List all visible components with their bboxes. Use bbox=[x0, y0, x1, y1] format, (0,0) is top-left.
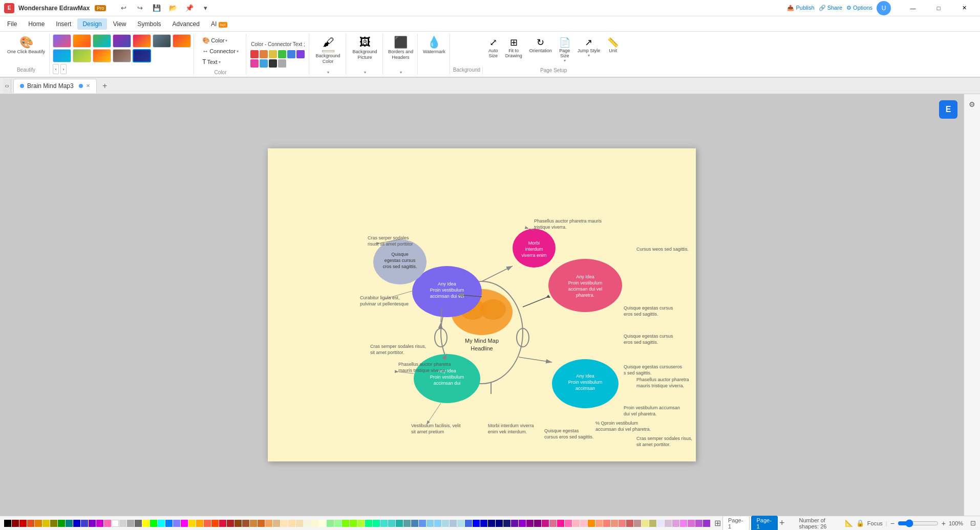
palette-medorchid[interactable] bbox=[695, 520, 702, 527]
borders-chevron[interactable]: ▾ bbox=[400, 70, 402, 75]
unit-btn[interactable]: 📏 Unit bbox=[605, 36, 621, 64]
background-color-btn[interactable]: 🖌 BackgroundColor bbox=[314, 34, 343, 67]
canvas-page[interactable]: My Mind Map Headline Any Idea Proin vest… bbox=[268, 148, 696, 461]
menu-design[interactable]: Design bbox=[77, 18, 106, 30]
save-button[interactable]: 💾 bbox=[151, 2, 163, 14]
palette-cornflowerblue[interactable] bbox=[419, 520, 426, 527]
background-picture-btn[interactable]: 🖼 BackgroundPicture bbox=[351, 34, 379, 62]
connector-dropdown-btn[interactable]: ↔ Connector ▾ bbox=[200, 47, 241, 56]
palette-lightsteelblue[interactable] bbox=[450, 520, 457, 527]
palette-powderblue[interactable] bbox=[457, 520, 464, 527]
page-size-btn[interactable]: 📄 PageSize ▾ bbox=[557, 36, 573, 64]
palette-tomato[interactable] bbox=[204, 520, 211, 527]
style-btn-8[interactable] bbox=[53, 49, 71, 62]
palette-midnightblue[interactable] bbox=[503, 520, 510, 527]
style-expand-left[interactable]: ‹ bbox=[53, 64, 59, 74]
palette-hotpink[interactable] bbox=[565, 520, 572, 527]
palette-pink2[interactable] bbox=[580, 520, 587, 527]
menu-file[interactable]: File bbox=[2, 18, 22, 30]
palette-red[interactable] bbox=[19, 520, 27, 527]
palette-burlywood[interactable] bbox=[273, 520, 280, 527]
palette-yellow[interactable] bbox=[42, 520, 50, 527]
palette-wheat[interactable] bbox=[296, 520, 303, 527]
ct-color-8[interactable] bbox=[260, 59, 268, 68]
palette-firebrick[interactable] bbox=[227, 520, 234, 527]
more-button[interactable]: ▾ bbox=[200, 2, 212, 14]
page-tabs-icon[interactable]: ⊞ bbox=[714, 518, 721, 528]
palette-plum[interactable] bbox=[672, 520, 679, 527]
style-btn-7[interactable] bbox=[173, 34, 191, 48]
palette-turquoise[interactable] bbox=[380, 520, 388, 527]
ct-color-4[interactable] bbox=[278, 50, 286, 58]
color-dropdown-btn[interactable]: 🎨 Color ▾ bbox=[200, 36, 241, 45]
watermark-btn[interactable]: 💧 Watermark bbox=[421, 34, 448, 57]
palette-brightblue[interactable] bbox=[473, 520, 480, 527]
palette-saddlebrown[interactable] bbox=[235, 520, 242, 527]
palette-orchid[interactable] bbox=[688, 520, 695, 527]
style-btn-11[interactable] bbox=[113, 49, 131, 62]
palette-chartreuse[interactable] bbox=[350, 520, 357, 527]
orientation-btn[interactable]: ↻ Orientation bbox=[527, 36, 555, 64]
ct-color-9[interactable] bbox=[269, 59, 277, 68]
sidebar-collapse-btn[interactable]: ‹› bbox=[3, 79, 11, 93]
palette-peru[interactable] bbox=[250, 520, 257, 527]
palette-lavender[interactable] bbox=[657, 520, 664, 527]
style-btn-12[interactable] bbox=[133, 49, 151, 62]
palette-lightpink[interactable] bbox=[572, 520, 580, 527]
palette-khaki[interactable] bbox=[642, 520, 649, 527]
palette-darkblue[interactable] bbox=[488, 520, 495, 527]
palette-springgreen[interactable] bbox=[365, 520, 372, 527]
menu-home[interactable]: Home bbox=[23, 18, 50, 30]
close-button[interactable]: ✕ bbox=[952, 0, 976, 16]
zoom-slider[interactable] bbox=[898, 519, 939, 527]
palette-lightgreen[interactable] bbox=[327, 520, 334, 527]
palette-brightorange[interactable] bbox=[196, 520, 203, 527]
one-click-beautify-btn[interactable]: 🎨 One Click Beautify bbox=[7, 36, 45, 55]
menu-symbols[interactable]: Symbols bbox=[133, 18, 166, 30]
palette-orange[interactable] bbox=[35, 520, 42, 527]
style-btn-9[interactable] bbox=[73, 49, 91, 62]
palette-darkmagenta[interactable] bbox=[526, 520, 534, 527]
palette-navajo[interactable] bbox=[288, 520, 295, 527]
style-btn-1[interactable] bbox=[53, 34, 71, 48]
palette-lightcoral[interactable] bbox=[619, 520, 626, 527]
palette-gray[interactable] bbox=[127, 520, 134, 527]
pin-button[interactable]: 📌 bbox=[183, 2, 196, 14]
palette-greenyellow[interactable] bbox=[357, 520, 365, 527]
palette-darkred[interactable] bbox=[12, 520, 19, 527]
palette-lightblue[interactable] bbox=[173, 520, 180, 527]
minimize-button[interactable]: — bbox=[901, 0, 925, 16]
palette-indigo[interactable] bbox=[81, 520, 88, 527]
palette-green[interactable] bbox=[58, 520, 65, 527]
style-btn-3[interactable] bbox=[93, 34, 111, 48]
palette-rosybrown[interactable] bbox=[634, 520, 641, 527]
palette-lightseagreen[interactable] bbox=[396, 520, 403, 527]
palette-beige[interactable] bbox=[304, 520, 311, 527]
palette-lightsalmon[interactable] bbox=[595, 520, 603, 527]
palette-medblue[interactable] bbox=[480, 520, 487, 527]
style-btn-5[interactable] bbox=[133, 34, 151, 48]
bg-color-chevron[interactable]: ▾ bbox=[327, 70, 329, 75]
palette-darkkhaki[interactable] bbox=[649, 520, 656, 527]
fit-drawing-btn[interactable]: ⊞ Fit toDrawing bbox=[503, 36, 525, 64]
canvas-container[interactable]: My Mind Map Headline Any Idea Proin vest… bbox=[0, 94, 964, 516]
text-dropdown-btn[interactable]: T Text ▾ bbox=[200, 57, 241, 67]
palette-black[interactable] bbox=[4, 520, 11, 527]
palette-lightskyblue[interactable] bbox=[434, 520, 441, 527]
palette-lightgray[interactable] bbox=[119, 520, 126, 527]
palette-medspringgreen[interactable] bbox=[373, 520, 380, 527]
palette-brightyellow[interactable] bbox=[142, 520, 150, 527]
palette-darksalmon[interactable] bbox=[611, 520, 618, 527]
palette-dimgray[interactable] bbox=[135, 520, 142, 527]
palette-purple2[interactable] bbox=[534, 520, 541, 527]
style-btn-2[interactable] bbox=[73, 34, 91, 48]
palette-moccasin[interactable] bbox=[281, 520, 288, 527]
palette-deeppink[interactable] bbox=[557, 520, 564, 527]
ct-color-6[interactable] bbox=[296, 50, 305, 58]
style-expand-right[interactable]: › bbox=[60, 64, 67, 74]
ct-color-5[interactable] bbox=[287, 50, 295, 58]
palette-gold[interactable] bbox=[188, 520, 196, 527]
palette-lime[interactable] bbox=[150, 520, 157, 527]
palette-thistle[interactable] bbox=[665, 520, 672, 527]
open-button[interactable]: 📂 bbox=[167, 2, 179, 14]
